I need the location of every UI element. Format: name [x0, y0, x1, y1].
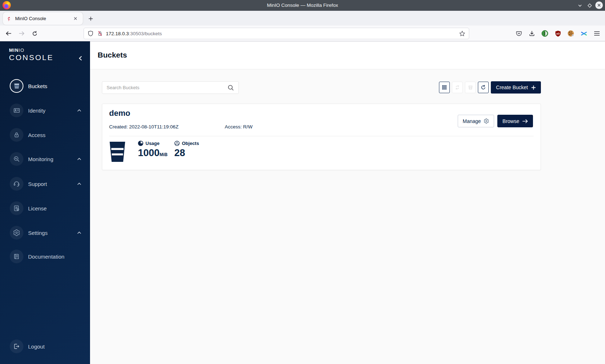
back-icon	[5, 31, 12, 36]
url-text: 172.18.0.3:30503/buckets	[106, 31, 162, 36]
sidebar-item-license[interactable]: License	[0, 200, 90, 217]
delete-buckets-button[interactable]	[465, 82, 476, 93]
firefox-logo-icon	[3, 1, 11, 9]
set-replication-button[interactable]	[452, 82, 463, 93]
extension-asterisk-button[interactable]	[580, 29, 588, 37]
sidebar-item-logout[interactable]: Logout	[0, 338, 90, 355]
grid-view-button[interactable]	[439, 82, 450, 93]
shield-icon	[88, 30, 94, 37]
menu-button[interactable]	[593, 29, 601, 37]
download-icon	[529, 30, 535, 37]
extension-cookie-icon	[567, 30, 574, 37]
browser-titlebar: MinIO Console — Mozilla Firefox	[0, 0, 605, 11]
browser-navbar: 172.18.0.3:30503/buckets uO	[0, 26, 605, 41]
pocket-icon	[516, 30, 522, 37]
buckets-toolbar: Create Bucket	[439, 81, 541, 94]
browser-tabbar: MinIO Console	[0, 11, 605, 26]
usage-unit: MiB	[160, 152, 167, 157]
objects-label: Objects	[182, 141, 199, 146]
create-bucket-button[interactable]: Create Bucket	[491, 81, 541, 94]
bucket-card[interactable]: demo Created: 2022-08-10T11:19:06Z Acces…	[102, 104, 541, 170]
minimize-icon	[578, 3, 582, 8]
bucket-card-actions: Manage Browse	[458, 115, 533, 127]
hamburger-menu-icon	[594, 31, 600, 36]
logo-console: CONSOLE	[9, 53, 54, 62]
sidebar-item-access[interactable]: Access	[0, 126, 90, 144]
sidebar-item-identity[interactable]: Identity	[0, 102, 90, 119]
minio-console-app: MINIO CONSOLE Buckets	[0, 41, 605, 364]
caret-up-icon[interactable]	[77, 231, 81, 234]
bucket-created: Created: 2022-08-10T11:19:06Z	[109, 124, 179, 129]
arrow-right-icon	[522, 119, 528, 123]
buckets-icon	[10, 79, 23, 93]
sidebar-item-buckets[interactable]: Buckets	[0, 77, 90, 95]
identity-icon	[10, 104, 23, 117]
refresh-button[interactable]	[478, 82, 489, 93]
lock-icon	[10, 128, 23, 142]
usage-pie-icon	[138, 141, 143, 146]
gear-icon	[484, 118, 489, 124]
sidebar-item-monitoring[interactable]: Monitoring	[0, 150, 90, 168]
caret-up-icon[interactable]	[77, 182, 81, 185]
back-button[interactable]	[5, 29, 13, 37]
browse-button[interactable]: Browse	[497, 115, 533, 127]
bucket-access: Access: R/W	[225, 124, 252, 129]
manage-button[interactable]: Manage	[458, 115, 494, 127]
window-title: MinIO Console — Mozilla Firefox	[267, 0, 338, 11]
buckets-content: Create Bucket demo Created: 2022-08-10T1…	[90, 69, 605, 364]
tab-close-button[interactable]	[71, 15, 79, 23]
page-header: Buckets	[90, 41, 605, 69]
close-icon	[73, 17, 77, 21]
search-box	[102, 81, 239, 94]
maximize-icon	[587, 3, 592, 8]
objects-value: 28	[174, 148, 199, 158]
objects-icon	[174, 141, 180, 146]
reload-button[interactable]	[31, 29, 39, 37]
bookmark-star-button[interactable]	[459, 31, 465, 37]
plus-icon	[88, 16, 93, 21]
pocket-button[interactable]	[515, 29, 523, 37]
logo-min: MIN	[9, 47, 19, 53]
sidebar: MINIO CONSOLE Buckets	[0, 41, 90, 364]
extension-ublock-icon: uO	[555, 30, 561, 37]
url-bar[interactable]: 172.18.0.3:30503/buckets	[84, 28, 469, 39]
sync-icon	[454, 85, 460, 90]
extension-asterisk-icon	[581, 30, 587, 37]
sidebar-item-documentation[interactable]: Documentation	[0, 248, 90, 265]
caret-up-icon[interactable]	[77, 158, 81, 160]
sidebar-item-label: Logout	[28, 343, 45, 350]
sidebar-item-support[interactable]: Support	[0, 175, 90, 192]
caret-up-icon[interactable]	[77, 109, 81, 112]
forward-button[interactable]	[18, 29, 26, 37]
new-tab-button[interactable]	[86, 14, 96, 24]
sidebar-item-label: Settings	[28, 230, 48, 236]
monitoring-icon	[10, 152, 23, 166]
bucket-name[interactable]: demo	[109, 109, 130, 118]
flamingo-favicon-icon	[6, 16, 12, 22]
logo-io: IO	[19, 47, 24, 53]
search-input[interactable]	[107, 85, 228, 90]
create-bucket-label: Create Bucket	[496, 85, 528, 90]
support-headset-icon	[10, 177, 23, 191]
sidebar-item-label: Monitoring	[28, 156, 53, 162]
window-close-button[interactable]	[595, 1, 603, 9]
star-icon	[459, 31, 465, 37]
sidebar-item-label: Support	[28, 181, 47, 187]
window-minimize-button[interactable]	[576, 2, 583, 9]
downloads-button[interactable]	[528, 29, 536, 37]
grid-view-icon	[442, 85, 447, 90]
sidebar-collapse-button[interactable]	[76, 54, 84, 62]
sidebar-item-label: License	[28, 205, 47, 211]
extension-ublock-button[interactable]: uO	[554, 29, 562, 37]
url-path: :30503/buckets	[129, 31, 162, 36]
extension-green-button[interactable]	[541, 29, 549, 37]
insecure-lock-icon	[97, 30, 103, 37]
window-maximize-button[interactable]	[586, 2, 593, 9]
browser-tab[interactable]: MinIO Console	[3, 12, 83, 25]
sidebar-item-settings[interactable]: Settings	[0, 224, 90, 241]
extension-cookie-button[interactable]	[567, 29, 575, 37]
tab-title: MinIO Console	[15, 16, 71, 21]
gear-icon	[10, 226, 23, 240]
bucket-icon	[109, 141, 126, 162]
minio-logo: MINIO CONSOLE	[9, 47, 54, 62]
